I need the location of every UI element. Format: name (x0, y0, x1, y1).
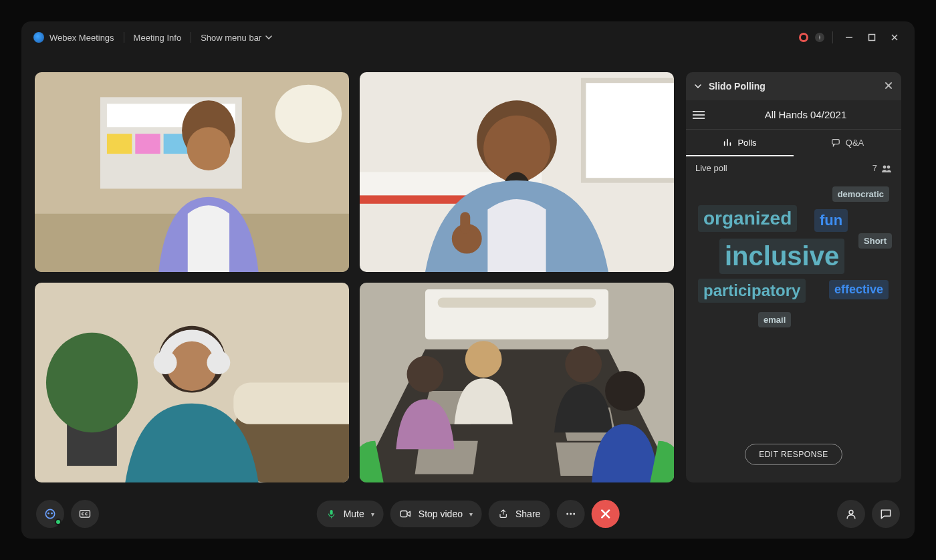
mute-label: Mute (344, 509, 364, 519)
svg-rect-48 (330, 510, 333, 515)
svg-rect-0 (869, 35, 875, 41)
close-window-button[interactable] (887, 29, 903, 45)
participant-count-value: 7 (872, 163, 877, 173)
stop-video-label: Stop video (419, 509, 463, 519)
polls-icon (723, 138, 732, 147)
slido-panel: Slido Polling All Hands 04/2021 Polls Q&… (686, 72, 901, 482)
svg-point-44 (45, 509, 54, 518)
svg-rect-5 (107, 134, 132, 154)
svg-point-9 (275, 85, 342, 143)
app-window: Webex Meetings Meeting Info Show menu ba… (21, 21, 915, 539)
record-indicator-icon[interactable] (799, 33, 808, 42)
ellipsis-icon (564, 507, 577, 521)
video-tile-1[interactable] (35, 72, 349, 272)
svg-point-38 (465, 341, 502, 378)
chevron-down-icon (265, 34, 272, 41)
panel-title: Slido Polling (709, 81, 766, 92)
svg-rect-41 (832, 140, 840, 144)
live-poll-label: Live poll (695, 163, 727, 173)
svg-point-40 (605, 371, 645, 411)
participant-video-placeholder (360, 283, 674, 482)
svg-point-53 (849, 511, 853, 515)
wordcloud-area: democratic organized fun Short inclusive… (694, 185, 893, 438)
tab-qa[interactable]: Q&A (794, 130, 901, 156)
participant-count: 7 (872, 163, 892, 173)
meeting-toolbar: Mute ▾ Stop video ▾ Share (21, 489, 915, 539)
menu-icon[interactable] (693, 108, 707, 122)
video-grid (35, 53, 674, 489)
svg-point-37 (407, 356, 444, 393)
app-logo-icon (33, 32, 44, 43)
end-meeting-button[interactable] (591, 500, 619, 528)
svg-rect-23 (233, 383, 349, 424)
show-menu-bar-button[interactable]: Show menu bar (201, 33, 272, 43)
word-participatory: participatory (698, 279, 806, 303)
chevron-down-icon[interactable] (694, 82, 702, 90)
svg-point-25 (46, 333, 138, 433)
show-menu-label: Show menu bar (201, 33, 261, 43)
svg-point-50 (566, 513, 568, 515)
chevron-down-icon[interactable]: ▾ (371, 511, 374, 518)
svg-point-43 (887, 165, 891, 168)
word-short: Short (858, 233, 892, 249)
video-tile-4[interactable] (360, 283, 674, 482)
tab-polls-label: Polls (737, 138, 756, 148)
word-inclusive: inclusive (719, 239, 844, 274)
svg-point-29 (207, 351, 230, 374)
word-democratic: democratic (832, 186, 889, 202)
divider (124, 32, 124, 43)
participant-video-placeholder (360, 72, 674, 272)
chat-icon (879, 507, 893, 521)
tab-polls[interactable]: Polls (686, 130, 794, 156)
maximize-button[interactable] (864, 29, 880, 45)
compass-icon[interactable] (815, 33, 824, 42)
people-icon (881, 164, 892, 172)
chevron-down-icon[interactable]: ▾ (469, 511, 473, 518)
svg-point-11 (187, 127, 231, 170)
divider (191, 32, 191, 43)
status-dot-icon (55, 519, 62, 525)
assistant-button[interactable] (36, 500, 64, 528)
svg-rect-13 (584, 80, 674, 180)
word-effective: effective (829, 280, 889, 299)
captions-button[interactable] (71, 500, 99, 528)
svg-rect-20 (460, 212, 470, 233)
person-icon (844, 507, 858, 521)
video-tile-2[interactable] (360, 72, 674, 272)
svg-point-51 (570, 513, 572, 515)
participants-button[interactable] (837, 500, 865, 528)
svg-point-39 (565, 346, 602, 383)
edit-response-button[interactable]: EDIT RESPONSE (745, 444, 842, 465)
meeting-info-button[interactable]: Meeting Info (134, 33, 182, 43)
close-icon (600, 509, 610, 519)
share-icon (498, 509, 509, 519)
mute-button[interactable]: Mute ▾ (317, 501, 384, 527)
microphone-icon (326, 509, 337, 519)
close-panel-button[interactable] (884, 81, 893, 92)
share-label: Share (515, 509, 540, 519)
svg-point-28 (154, 351, 177, 374)
panel-tabs: Polls Q&A (686, 130, 901, 156)
closed-captions-icon (78, 507, 92, 521)
participant-video-placeholder (35, 72, 349, 272)
minimize-button[interactable] (841, 29, 857, 45)
main-area: Slido Polling All Hands 04/2021 Polls Q&… (21, 53, 915, 489)
svg-rect-49 (400, 511, 407, 517)
svg-point-45 (47, 513, 49, 515)
share-button[interactable]: Share (489, 501, 550, 527)
tab-qa-label: Q&A (846, 138, 864, 148)
video-tile-3[interactable] (35, 283, 349, 482)
more-options-button[interactable] (556, 500, 584, 528)
word-fun: fun (814, 209, 848, 232)
svg-rect-32 (438, 297, 596, 307)
stop-video-button[interactable]: Stop video ▾ (390, 501, 482, 527)
svg-point-42 (883, 165, 887, 168)
participant-video-placeholder (35, 283, 349, 482)
word-organized: organized (698, 205, 797, 232)
word-email: email (758, 312, 791, 327)
title-bar: Webex Meetings Meeting Info Show menu ba… (21, 21, 915, 53)
poll-meta-row: Live poll 7 (686, 156, 901, 180)
chat-button[interactable] (872, 500, 900, 528)
svg-rect-6 (135, 134, 160, 154)
svg-rect-47 (80, 511, 90, 517)
